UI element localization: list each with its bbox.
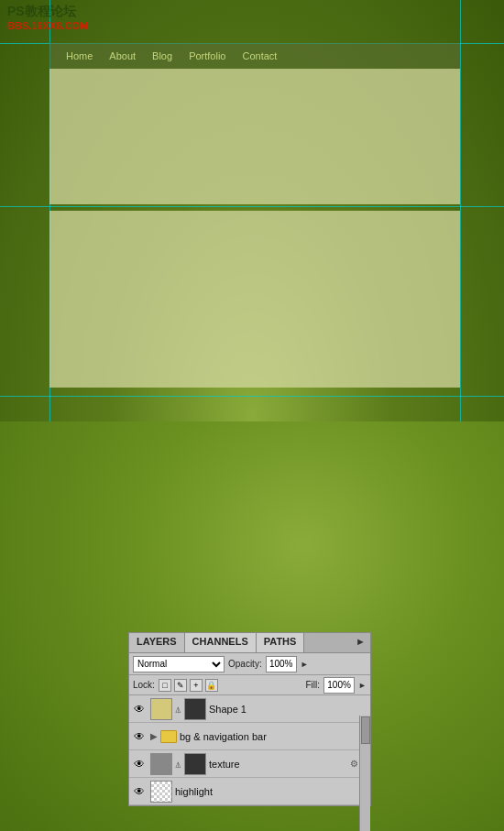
watermark-line2: BBS.16XX8.COM xyxy=(7,20,88,31)
layer-thumb-highlight xyxy=(150,781,172,803)
lock-icons: □ ✎ + 🔒 xyxy=(159,679,218,692)
content-block-mid xyxy=(49,211,460,388)
layer-visibility-bg-nav[interactable]: 👁 xyxy=(131,728,148,745)
scrollbar-thumb[interactable] xyxy=(361,716,370,744)
layer-link-texture: ⍋ xyxy=(175,759,181,770)
watermark: PS教程论坛 BBS.16XX8.COM xyxy=(7,4,88,31)
layer-thumb-shape1 xyxy=(150,698,172,720)
layers-controls-row: Normal Opacity: ► xyxy=(129,653,370,675)
layer-name-texture: texture xyxy=(209,759,347,770)
layer-row-bg-nav[interactable]: 👁 ▶ bg & navigation bar xyxy=(129,723,370,750)
tab-paths[interactable]: PATHS xyxy=(257,633,305,652)
blend-mode-select[interactable]: Normal xyxy=(133,656,225,672)
layer-row-shape1[interactable]: 👁 ⍋ Shape 1 xyxy=(129,695,370,723)
layer-visibility-highlight[interactable]: 👁 xyxy=(131,783,148,800)
opacity-input[interactable] xyxy=(266,656,297,672)
tab-layers[interactable]: LAYERS xyxy=(129,633,185,652)
lock-transparent-icon[interactable]: □ xyxy=(159,679,171,692)
guide-horizontal-3 xyxy=(0,396,504,397)
layer-name-bg-nav: bg & navigation bar xyxy=(180,731,368,742)
guide-horizontal-2 xyxy=(0,206,504,207)
layer-group-arrow[interactable]: ▶ xyxy=(150,731,158,741)
nav-item-about[interactable]: About xyxy=(102,49,143,63)
fill-label: Fill: xyxy=(306,680,321,690)
guide-vertical-2 xyxy=(460,0,461,421)
top-nav: Home About Blog Portfolio Contact xyxy=(49,43,460,69)
layers-scrollbar[interactable] xyxy=(359,716,370,831)
nav-item-blog[interactable]: Blog xyxy=(145,49,180,63)
layer-settings-texture[interactable]: ⚙ xyxy=(350,759,358,769)
content-block-top xyxy=(49,69,460,204)
layers-panel: LAYERS CHANNELS PATHS ► Normal Opacity: … xyxy=(128,632,371,806)
nav-item-contact[interactable]: Contact xyxy=(235,49,284,63)
layers-lock-row: Lock: □ ✎ + 🔒 Fill: ► xyxy=(129,675,370,695)
tab-channels[interactable]: CHANNELS xyxy=(185,633,257,652)
layer-thumb-texture-left xyxy=(150,753,172,775)
layers-panel-header: LAYERS CHANNELS PATHS ► xyxy=(129,633,370,653)
canvas-top: Home About Blog Portfolio Contact xyxy=(0,0,504,421)
layers-panel-menu[interactable]: ► xyxy=(351,633,370,652)
lock-pixels-icon[interactable]: ✎ xyxy=(174,679,187,692)
nav-item-home[interactable]: Home xyxy=(59,49,100,63)
fill-input[interactable] xyxy=(323,677,355,694)
layer-folder-icon xyxy=(160,730,177,743)
layer-visibility-shape1[interactable]: 👁 xyxy=(131,701,148,717)
lock-label: Lock: xyxy=(133,680,155,690)
layer-name-shape1: Shape 1 xyxy=(209,704,368,715)
opacity-arrow[interactable]: ► xyxy=(301,660,309,669)
top-nav-bar: Home About Blog Portfolio Contact xyxy=(49,43,460,69)
layer-thumb-texture-right xyxy=(184,753,206,775)
fill-arrow[interactable]: ► xyxy=(358,681,367,690)
layer-link-shape1: ⍋ xyxy=(175,704,181,715)
nav-item-portfolio[interactable]: Portfolio xyxy=(181,49,233,63)
ps-workspace: Home About Blog Portfolio Contact LAYERS… xyxy=(0,421,504,831)
lock-position-icon[interactable]: + xyxy=(190,679,203,692)
lock-all-icon[interactable]: 🔒 xyxy=(205,679,218,692)
layer-mask-shape1 xyxy=(184,698,206,720)
layer-row-highlight[interactable]: 👁 highlight xyxy=(129,778,370,805)
layer-row-texture[interactable]: 👁 ⍋ texture ⚙ ▶ xyxy=(129,750,370,778)
watermark-line1: PS教程论坛 xyxy=(7,4,88,20)
opacity-label: Opacity: xyxy=(228,659,262,669)
layer-visibility-texture[interactable]: 👁 xyxy=(131,756,148,772)
layer-name-highlight: highlight xyxy=(175,786,368,797)
